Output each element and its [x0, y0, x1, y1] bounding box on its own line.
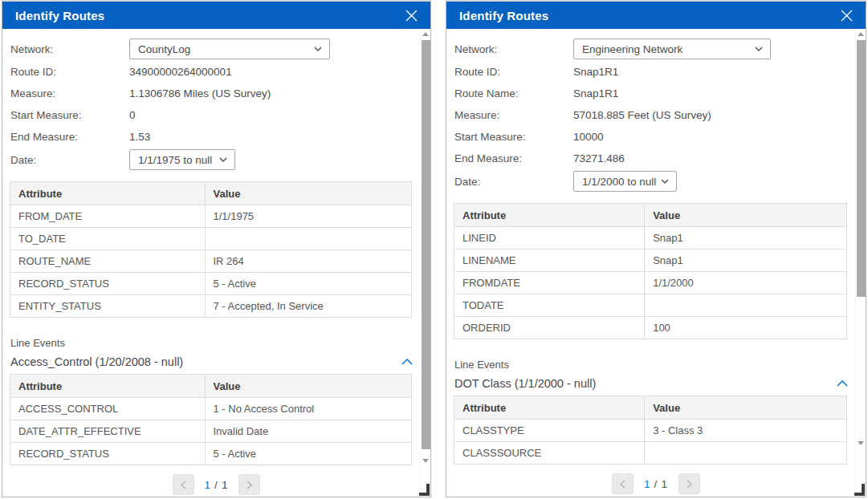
field-row-measure: Measure: 57018.885 Feet (US Survey): [454, 104, 833, 126]
table-row: ENTITY_STATUS 7 - Accepted, In Service: [10, 295, 412, 318]
field-label: Route ID:: [454, 66, 573, 78]
total-pages: 1: [661, 478, 668, 490]
field-value: Snap1R1: [573, 66, 618, 78]
scroll-up-icon[interactable]: [858, 32, 864, 36]
identify-routes-panel-left: Identify Routes Network: CountyLog Route…: [2, 0, 431, 497]
network-select[interactable]: Engineering Network: [573, 39, 771, 59]
value-cell: [645, 294, 847, 317]
next-page-button[interactable]: [238, 474, 260, 495]
value-cell: [645, 442, 847, 465]
attribute-cell: ENTITY_STATUS: [10, 295, 206, 318]
pagination: 1/1: [2, 474, 430, 495]
chevron-down-icon: [314, 47, 322, 51]
pagination: 1/1: [446, 473, 866, 494]
line-events-group-header: Access_Control (1/20/2008 - null): [10, 355, 413, 368]
value-cell: Invalid Date: [205, 420, 412, 443]
scroll-up-icon[interactable]: [422, 32, 429, 36]
table-row: LINENAME Snap1: [454, 250, 847, 272]
previous-page-button[interactable]: [612, 473, 634, 494]
attribute-cell: TO_DATE: [10, 228, 206, 250]
attribute-cell: DATE_ATTR_EFFECTIVE: [10, 420, 206, 443]
table-row: CLASSTYPE 3 - Class 3: [454, 420, 847, 442]
table-row: ACCESS_CONTROL 1 - No Access Control: [10, 398, 412, 420]
table-header-row: Attribute Value: [454, 396, 847, 420]
attribute-cell: LINENAME: [454, 250, 645, 272]
field-label: Date:: [454, 176, 573, 188]
column-header-value: Value: [645, 396, 847, 420]
route-attribute-table: Attribute Value FROM_DATE 1/1/1975 TO_DA…: [10, 181, 412, 318]
fields-section: Network: Engineering Network Route ID: S…: [446, 29, 866, 193]
scrollbar-thumb[interactable]: [857, 40, 866, 297]
scroll-down-icon[interactable]: [858, 441, 864, 445]
line-events-label: Line Events: [454, 359, 866, 371]
value-cell: 7 - Accepted, In Service: [205, 295, 412, 318]
collapse-toggle[interactable]: [401, 359, 413, 365]
value-cell: [205, 228, 412, 250]
line-events-table: Attribute Value ACCESS_CONTROL 1 - No Ac…: [10, 374, 412, 465]
column-header-value: Value: [205, 182, 412, 205]
table-row: FROMDATE 1/1/2000: [454, 272, 847, 294]
date-select-value: 1/1/2000 to null: [582, 176, 656, 188]
close-icon: [840, 9, 854, 22]
field-label: Route Name:: [454, 87, 573, 99]
close-button[interactable]: [838, 7, 854, 23]
collapse-toggle[interactable]: [837, 380, 848, 387]
panel-title: Identify Routes: [15, 9, 104, 22]
field-row-date: Date: 1/1/2000 to null: [454, 169, 833, 193]
value-cell: 1 - No Access Control: [205, 398, 412, 420]
scrollbar-thumb[interactable]: [422, 40, 430, 449]
identify-routes-panel-right: Identify Routes Network: Engineering Net…: [446, 0, 866, 497]
value-cell: Snap1: [645, 250, 847, 272]
table-header-row: Attribute Value: [10, 375, 412, 398]
vertical-scrollbar[interactable]: [855, 29, 866, 497]
page-indicator: 1/1: [205, 479, 229, 491]
attribute-cell: RECORD_STATUS: [10, 443, 206, 465]
total-pages: 1: [222, 479, 229, 491]
attribute-cell: CLASSSOURCE: [454, 442, 645, 465]
column-header-attribute: Attribute: [10, 375, 206, 398]
date-select[interactable]: 1/1/1975 to null: [129, 149, 235, 170]
field-value: 34900000264000001: [129, 66, 232, 78]
column-header-attribute: Attribute: [454, 396, 645, 420]
table-row: FROM_DATE 1/1/1975: [10, 205, 412, 228]
value-cell: 5 - Active: [205, 443, 412, 465]
column-header-value: Value: [645, 204, 847, 227]
field-row-route-id: Route ID: 34900000264000001: [10, 61, 398, 83]
value-cell: 3 - Class 3: [645, 420, 847, 442]
close-button[interactable]: [403, 7, 419, 23]
table-row: RECORD_STATUS 5 - Active: [10, 273, 412, 295]
field-value: 1.53: [129, 131, 150, 143]
chevron-up-icon: [837, 380, 848, 387]
table-row: TO_DATE: [10, 228, 412, 250]
panel-content: Network: CountyLog Route ID: 34900000264…: [2, 29, 430, 497]
field-value: 57018.885 Feet (US Survey): [573, 109, 711, 121]
value-cell: Snap1: [645, 227, 847, 250]
next-page-button[interactable]: [679, 473, 700, 494]
chevron-right-icon: [247, 481, 252, 489]
line-events-group-title: DOT Class (1/1/2000 - null): [454, 377, 596, 390]
date-select[interactable]: 1/1/2000 to null: [573, 171, 677, 192]
field-label: Measure:: [454, 109, 573, 121]
vertical-scrollbar[interactable]: [420, 29, 430, 497]
resize-grip[interactable]: [419, 484, 430, 496]
field-label: Start Measure:: [10, 109, 129, 121]
field-row-start-measure: Start Measure: 0: [10, 104, 398, 126]
line-events-group-header: DOT Class (1/1/2000 - null): [454, 377, 848, 390]
value-cell: 1/1/2000: [645, 272, 847, 294]
field-label: Route ID:: [10, 66, 129, 78]
panel-title: Identify Routes: [459, 9, 548, 22]
resize-grip[interactable]: [854, 484, 865, 496]
line-events-group-title: Access_Control (1/20/2008 - null): [10, 355, 183, 368]
attribute-cell: FROM_DATE: [10, 205, 206, 228]
attribute-cell: ORDERID: [454, 317, 645, 339]
attribute-cell: CLASSTYPE: [454, 420, 645, 442]
table-row: ORDERID 100: [454, 317, 847, 339]
network-select[interactable]: CountyLog: [129, 39, 330, 59]
table-header-row: Attribute Value: [10, 182, 412, 205]
previous-page-button[interactable]: [173, 474, 194, 495]
scroll-down-icon[interactable]: [422, 459, 429, 463]
fields-section: Network: CountyLog Route ID: 34900000264…: [2, 29, 430, 172]
field-row-measure: Measure: 1.1306786 Miles (US Survey): [10, 83, 398, 104]
column-header-value: Value: [205, 375, 412, 398]
page-separator: /: [214, 479, 218, 491]
